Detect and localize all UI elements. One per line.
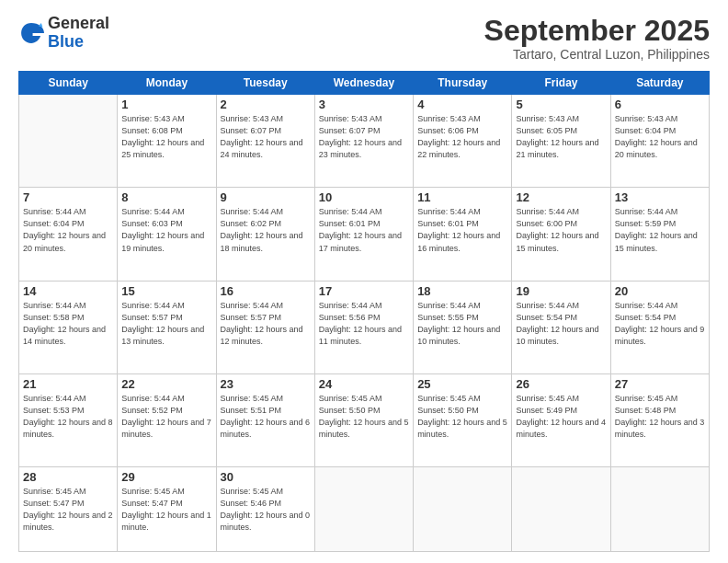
day-info: Sunrise: 5:44 AM Sunset: 5:55 PM Dayligh… <box>417 300 507 348</box>
calendar-cell: 8Sunrise: 5:44 AM Sunset: 6:03 PM Daylig… <box>118 188 216 281</box>
day-number: 23 <box>221 377 311 391</box>
calendar-cell: 2Sunrise: 5:43 AM Sunset: 6:07 PM Daylig… <box>216 95 314 188</box>
calendar-cell: 19Sunrise: 5:44 AM Sunset: 5:54 PM Dayli… <box>512 281 610 373</box>
calendar-cell: 4Sunrise: 5:43 AM Sunset: 6:06 PM Daylig… <box>414 95 512 188</box>
calendar-cell: 14Sunrise: 5:44 AM Sunset: 5:58 PM Dayli… <box>19 281 118 373</box>
day-info: Sunrise: 5:44 AM Sunset: 6:04 PM Dayligh… <box>23 206 113 254</box>
day-number: 2 <box>221 98 311 111</box>
day-info: Sunrise: 5:44 AM Sunset: 5:59 PM Dayligh… <box>615 206 705 254</box>
calendar-cell: 5Sunrise: 5:43 AM Sunset: 6:05 PM Daylig… <box>512 95 610 188</box>
week-row-5: 28Sunrise: 5:45 AM Sunset: 5:47 PM Dayli… <box>19 466 710 551</box>
day-number: 11 <box>417 190 507 204</box>
calendar-cell: 29Sunrise: 5:45 AM Sunset: 5:47 PM Dayli… <box>118 466 216 551</box>
logo: General Blue <box>18 15 109 52</box>
calendar-cell: 9Sunrise: 5:44 AM Sunset: 6:02 PM Daylig… <box>216 188 314 281</box>
day-number: 18 <box>417 284 507 298</box>
calendar-table: SundayMondayTuesdayWednesdayThursdayFrid… <box>18 71 710 552</box>
calendar-cell <box>314 466 413 551</box>
logo-text: General Blue <box>48 15 109 52</box>
day-info: Sunrise: 5:44 AM Sunset: 5:53 PM Dayligh… <box>23 393 113 441</box>
day-info: Sunrise: 5:44 AM Sunset: 5:52 PM Dayligh… <box>121 393 211 441</box>
day-number: 22 <box>121 377 211 391</box>
calendar-cell: 22Sunrise: 5:44 AM Sunset: 5:52 PM Dayli… <box>118 373 216 466</box>
day-info: Sunrise: 5:44 AM Sunset: 5:56 PM Dayligh… <box>319 300 409 348</box>
calendar-cell <box>414 466 512 551</box>
calendar-cell: 18Sunrise: 5:44 AM Sunset: 5:55 PM Dayli… <box>414 281 512 373</box>
logo-general: General <box>48 14 109 32</box>
day-number: 28 <box>23 470 113 484</box>
week-row-2: 7Sunrise: 5:44 AM Sunset: 6:04 PM Daylig… <box>19 188 710 281</box>
calendar-cell: 12Sunrise: 5:44 AM Sunset: 6:00 PM Dayli… <box>512 188 610 281</box>
weekday-header-sunday: Sunday <box>19 72 118 95</box>
day-info: Sunrise: 5:43 AM Sunset: 6:07 PM Dayligh… <box>221 113 311 161</box>
day-info: Sunrise: 5:44 AM Sunset: 5:58 PM Dayligh… <box>23 300 113 348</box>
calendar-cell: 28Sunrise: 5:45 AM Sunset: 5:47 PM Dayli… <box>19 466 118 551</box>
day-number: 13 <box>615 190 705 204</box>
day-number: 15 <box>121 284 211 298</box>
calendar-cell: 15Sunrise: 5:44 AM Sunset: 5:57 PM Dayli… <box>118 281 216 373</box>
day-info: Sunrise: 5:45 AM Sunset: 5:48 PM Dayligh… <box>615 393 705 441</box>
day-number: 12 <box>516 190 606 204</box>
calendar-cell <box>512 466 610 551</box>
day-info: Sunrise: 5:45 AM Sunset: 5:47 PM Dayligh… <box>23 486 113 534</box>
day-info: Sunrise: 5:44 AM Sunset: 5:54 PM Dayligh… <box>615 300 705 348</box>
day-number: 20 <box>615 284 705 298</box>
day-info: Sunrise: 5:44 AM Sunset: 5:57 PM Dayligh… <box>221 300 311 348</box>
calendar-cell: 24Sunrise: 5:45 AM Sunset: 5:50 PM Dayli… <box>314 373 413 466</box>
day-info: Sunrise: 5:45 AM Sunset: 5:51 PM Dayligh… <box>221 393 311 441</box>
week-row-3: 14Sunrise: 5:44 AM Sunset: 5:58 PM Dayli… <box>19 281 710 373</box>
location: Tartaro, Central Luzon, Philippines <box>484 47 710 62</box>
day-number: 26 <box>516 377 606 391</box>
day-number: 6 <box>615 98 705 111</box>
day-info: Sunrise: 5:43 AM Sunset: 6:05 PM Dayligh… <box>516 113 606 161</box>
day-info: Sunrise: 5:44 AM Sunset: 6:02 PM Dayligh… <box>221 206 311 254</box>
logo-icon <box>18 20 44 46</box>
day-number: 4 <box>417 98 507 111</box>
calendar-cell: 6Sunrise: 5:43 AM Sunset: 6:04 PM Daylig… <box>610 95 709 188</box>
day-number: 17 <box>319 284 409 298</box>
calendar-cell: 1Sunrise: 5:43 AM Sunset: 6:08 PM Daylig… <box>118 95 216 188</box>
calendar-cell: 30Sunrise: 5:45 AM Sunset: 5:46 PM Dayli… <box>216 466 314 551</box>
title-block: September 2025 Tartaro, Central Luzon, P… <box>484 15 710 62</box>
day-info: Sunrise: 5:44 AM Sunset: 5:57 PM Dayligh… <box>121 300 211 348</box>
day-number: 25 <box>417 377 507 391</box>
day-number: 1 <box>121 98 211 111</box>
day-info: Sunrise: 5:45 AM Sunset: 5:46 PM Dayligh… <box>221 486 311 534</box>
day-info: Sunrise: 5:43 AM Sunset: 6:06 PM Dayligh… <box>417 113 507 161</box>
calendar-cell: 20Sunrise: 5:44 AM Sunset: 5:54 PM Dayli… <box>610 281 709 373</box>
month-title: September 2025 <box>484 15 710 47</box>
weekday-header-row: SundayMondayTuesdayWednesdayThursdayFrid… <box>19 72 710 95</box>
calendar-cell: 7Sunrise: 5:44 AM Sunset: 6:04 PM Daylig… <box>19 188 118 281</box>
calendar-cell: 25Sunrise: 5:45 AM Sunset: 5:50 PM Dayli… <box>414 373 512 466</box>
day-info: Sunrise: 5:44 AM Sunset: 6:03 PM Dayligh… <box>121 206 211 254</box>
day-info: Sunrise: 5:45 AM Sunset: 5:50 PM Dayligh… <box>319 393 409 441</box>
page: General Blue September 2025 Tartaro, Cen… <box>0 0 728 563</box>
calendar-cell <box>610 466 709 551</box>
calendar-cell: 27Sunrise: 5:45 AM Sunset: 5:48 PM Dayli… <box>610 373 709 466</box>
calendar-cell: 11Sunrise: 5:44 AM Sunset: 6:01 PM Dayli… <box>414 188 512 281</box>
day-number: 27 <box>615 377 705 391</box>
day-info: Sunrise: 5:44 AM Sunset: 6:01 PM Dayligh… <box>319 206 409 254</box>
day-number: 9 <box>221 190 311 204</box>
day-number: 21 <box>23 377 113 391</box>
day-info: Sunrise: 5:45 AM Sunset: 5:49 PM Dayligh… <box>516 393 606 441</box>
day-number: 30 <box>221 470 311 484</box>
day-info: Sunrise: 5:43 AM Sunset: 6:08 PM Dayligh… <box>121 113 211 161</box>
day-info: Sunrise: 5:45 AM Sunset: 5:50 PM Dayligh… <box>417 393 507 441</box>
calendar-cell: 26Sunrise: 5:45 AM Sunset: 5:49 PM Dayli… <box>512 373 610 466</box>
calendar-cell: 13Sunrise: 5:44 AM Sunset: 5:59 PM Dayli… <box>610 188 709 281</box>
day-number: 29 <box>121 470 211 484</box>
day-info: Sunrise: 5:44 AM Sunset: 6:01 PM Dayligh… <box>417 206 507 254</box>
day-number: 7 <box>23 190 113 204</box>
weekday-header-friday: Friday <box>512 72 610 95</box>
calendar-cell: 23Sunrise: 5:45 AM Sunset: 5:51 PM Dayli… <box>216 373 314 466</box>
weekday-header-thursday: Thursday <box>414 72 512 95</box>
weekday-header-wednesday: Wednesday <box>314 72 413 95</box>
day-number: 19 <box>516 284 606 298</box>
weekday-header-monday: Monday <box>118 72 216 95</box>
calendar-cell: 17Sunrise: 5:44 AM Sunset: 5:56 PM Dayli… <box>314 281 413 373</box>
day-number: 14 <box>23 284 113 298</box>
day-number: 10 <box>319 190 409 204</box>
logo-blue: Blue <box>48 32 84 51</box>
day-number: 16 <box>221 284 311 298</box>
